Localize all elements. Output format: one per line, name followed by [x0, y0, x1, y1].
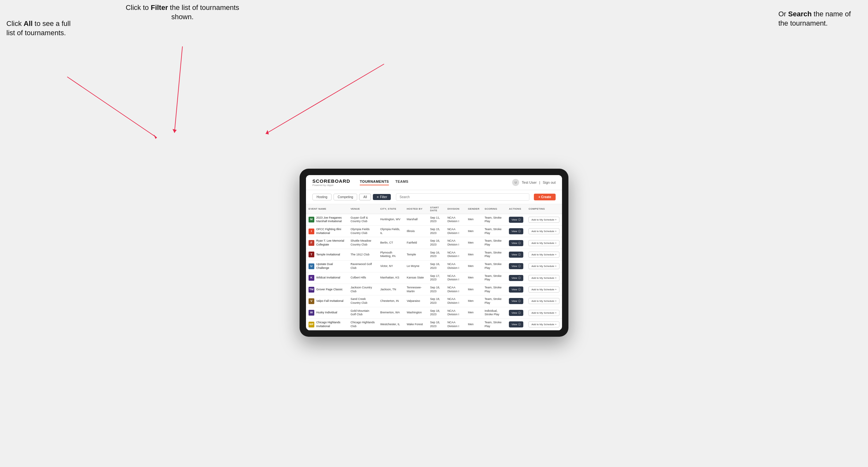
annotation-topmid: Click to Filter the list of tournaments … — [122, 3, 243, 22]
table-row: WF Chicago Highlands Invitational Chicag… — [306, 319, 562, 330]
add-schedule-button-5[interactable]: Add to My Schedule + — [528, 275, 559, 281]
app-header: SCOREBOARD Powered by clippd TOURNAMENTS… — [306, 175, 562, 190]
cell-competing-9: Add to My Schedule + — [526, 319, 562, 330]
cell-venue-1: Olympia Fields Country Club — [348, 226, 378, 237]
team-logo-4: U — [309, 263, 314, 269]
cell-city-state-0: Huntington, WV — [378, 214, 404, 225]
view-button-1[interactable]: View ⓘ — [509, 228, 523, 234]
add-schedule-button-4[interactable]: Add to My Schedule + — [528, 263, 559, 269]
cell-division-5: NCAA Division I — [445, 272, 465, 284]
view-button-8[interactable]: View ⓘ — [509, 310, 523, 316]
cell-gender-3: Men — [465, 249, 482, 260]
view-button-0[interactable]: View ⓘ — [509, 217, 523, 223]
cell-venue-2: Shuttle Meadow Country Club — [348, 237, 378, 249]
col-competing: COMPETING — [526, 204, 562, 214]
cell-division-3: NCAA Division I — [445, 249, 465, 260]
cell-scoring-0: Team, Stroke Play — [482, 214, 506, 225]
cell-gender-6: Men — [465, 284, 482, 295]
nav-teams[interactable]: TEAMS — [395, 180, 408, 185]
view-button-2[interactable]: View ⓘ — [509, 240, 523, 246]
cell-event-name-9: WF Chicago Highlands Invitational — [306, 319, 348, 330]
table-scroll-container[interactable]: EVENT NAME VENUE CITY, STATE HOSTED BY S… — [306, 204, 562, 331]
view-button-4[interactable]: View ⓘ — [509, 263, 523, 269]
table-row: T Temple Invitational The 1912 Club Plym… — [306, 249, 562, 260]
cell-actions-3: View ⓘ — [506, 249, 526, 260]
cell-city-state-1: Olympia Fields, IL — [378, 226, 404, 237]
add-schedule-button-8[interactable]: Add to My Schedule + — [528, 310, 559, 316]
view-button-6[interactable]: View ⓘ — [509, 286, 523, 292]
annotation-topleft: Click All to see a full list of tourname… — [6, 19, 77, 37]
svg-line-2 — [175, 46, 182, 133]
filter-button[interactable]: ≡ Filter — [373, 194, 391, 200]
view-button-7[interactable]: View ⓘ — [509, 298, 523, 304]
cell-competing-7: Add to My Schedule + — [526, 295, 562, 307]
cell-event-name-5: K Wildcat Invitational — [306, 272, 348, 284]
search-input[interactable] — [396, 193, 529, 201]
add-schedule-button-7[interactable]: Add to My Schedule + — [528, 298, 559, 304]
create-button[interactable]: + Create — [534, 194, 556, 200]
table-row: I OFCC Fighting Illini Invitational Olym… — [306, 226, 562, 237]
col-actions: ACTIONS — [506, 204, 526, 214]
cell-start-date-6: Sep 18, 2023 — [428, 284, 445, 295]
cell-event-name-1: I OFCC Fighting Illini Invitational — [306, 226, 348, 237]
cell-scoring-5: Team, Stroke Play — [482, 272, 506, 284]
team-logo-2: F — [309, 240, 314, 246]
all-tab[interactable]: All — [359, 194, 371, 200]
event-name-8: Husky Individual — [316, 311, 337, 315]
user-avatar: U — [512, 179, 519, 186]
add-schedule-button-2[interactable]: Add to My Schedule + — [528, 240, 559, 246]
sign-out-link[interactable]: Sign out — [543, 181, 556, 184]
event-name-1: OFCC Fighting Illini Invitational — [316, 227, 345, 235]
cell-competing-6: Add to My Schedule + — [526, 284, 562, 295]
cell-actions-9: View ⓘ — [506, 319, 526, 330]
cell-scoring-7: Team, Stroke Play — [482, 295, 506, 307]
cell-city-state-4: Victor, NY — [378, 260, 404, 272]
event-name-2: Ryan T. Lee Memorial Collegiate — [316, 239, 345, 246]
cell-division-6: NCAA Division I — [445, 284, 465, 295]
cell-actions-4: View ⓘ — [506, 260, 526, 272]
filter-bar: Hosting Competing All ≡ Filter + Create — [306, 190, 562, 204]
cell-division-2: NCAA Division I — [445, 237, 465, 249]
svg-marker-1 — [154, 134, 157, 139]
cell-gender-2: Men — [465, 237, 482, 249]
event-name-7: Valpo Fall Invitational — [316, 299, 343, 303]
cell-start-date-3: Sep 16, 2023 — [428, 249, 445, 260]
cell-hosted-by-4: Le Moyne — [404, 260, 428, 272]
view-button-3[interactable]: View ⓘ — [509, 252, 523, 258]
competing-tab[interactable]: Competing — [334, 194, 357, 200]
cell-actions-2: View ⓘ — [506, 237, 526, 249]
cell-hosted-by-3: Temple — [404, 249, 428, 260]
cell-division-8: NCAA Division I — [445, 307, 465, 318]
cell-hosted-by-1: Illinois — [404, 226, 428, 237]
team-logo-9: WF — [309, 322, 314, 328]
add-schedule-button-9[interactable]: Add to My Schedule + — [528, 321, 559, 328]
team-logo-3: T — [309, 252, 314, 257]
cell-venue-4: Ravenwood Golf Club — [348, 260, 378, 272]
cell-gender-5: Men — [465, 272, 482, 284]
cell-actions-8: View ⓘ — [506, 307, 526, 318]
cell-scoring-1: Team, Stroke Play — [482, 226, 506, 237]
cell-competing-4: Add to My Schedule + — [526, 260, 562, 272]
team-logo-0: M — [309, 217, 314, 222]
nav-tournaments[interactable]: TOURNAMENTS — [360, 180, 389, 185]
search-container — [396, 193, 529, 201]
hosting-tab[interactable]: Hosting — [312, 194, 332, 200]
add-schedule-button-0[interactable]: Add to My Schedule + — [528, 217, 559, 223]
cell-gender-1: Men — [465, 226, 482, 237]
add-schedule-button-3[interactable]: Add to My Schedule + — [528, 252, 559, 258]
add-schedule-button-6[interactable]: Add to My Schedule + — [528, 286, 559, 292]
header-right: U Test User | Sign out — [512, 179, 556, 186]
view-button-5[interactable]: View ⓘ — [509, 275, 523, 281]
cell-competing-2: Add to My Schedule + — [526, 237, 562, 249]
cell-start-date-1: Sep 15, 2023 — [428, 226, 445, 237]
svg-line-4 — [266, 64, 384, 134]
cell-city-state-2: Berlin, CT — [378, 237, 404, 249]
cell-event-name-7: V Valpo Fall Invitational — [306, 295, 348, 307]
team-logo-8: W — [309, 310, 314, 316]
view-button-9[interactable]: View ⓘ — [509, 321, 523, 328]
table-row: W Husky Individual Gold Mountain Golf Cl… — [306, 307, 562, 318]
cell-city-state-9: Westchester, IL — [378, 319, 404, 330]
col-scoring: SCORING — [482, 204, 506, 214]
add-schedule-button-1[interactable]: Add to My Schedule + — [528, 228, 559, 234]
cell-city-state-6: Jackson, TN — [378, 284, 404, 295]
